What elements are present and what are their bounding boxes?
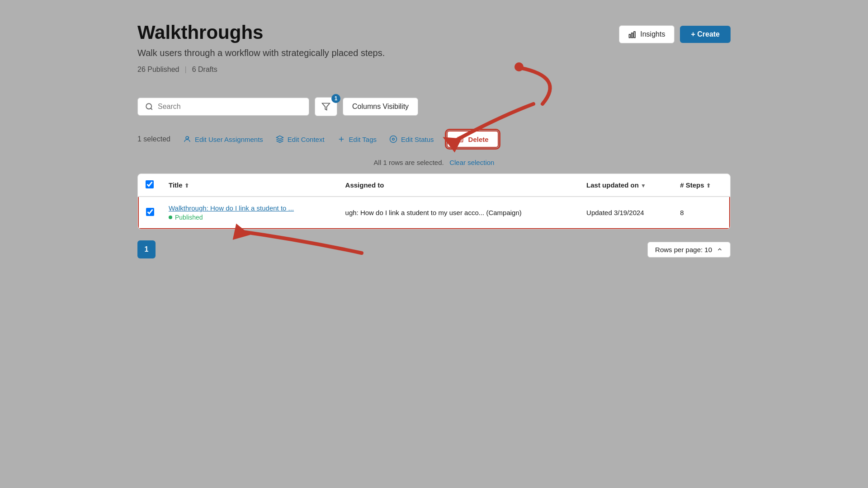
row-steps-cell: 8 (673, 197, 730, 229)
col-checkbox (138, 174, 161, 197)
status-badge: Published (169, 214, 331, 221)
published-count: 26 Published (137, 66, 179, 74)
col-assigned-to: Assigned to (338, 174, 580, 197)
stats-divider: | (185, 66, 187, 74)
edit-tags-button[interactable]: Edit Tags (337, 135, 377, 143)
delete-button[interactable]: Delete (447, 131, 499, 148)
create-button[interactable]: + Create (680, 26, 731, 43)
selected-count: 1 selected (137, 135, 170, 143)
title-sort-icon[interactable]: ⬆ (184, 183, 189, 189)
page-stats: 26 Published | 6 Drafts (137, 66, 385, 74)
edit-user-assignments-button[interactable]: Edit User Assignments (183, 135, 263, 143)
insights-icon (628, 30, 637, 38)
pagination: 1 Rows per page: 10 (137, 240, 731, 258)
edit-status-button[interactable]: Edit Status (389, 135, 434, 143)
page-subtitle: Walk users through a workflow with strat… (137, 48, 385, 58)
col-title: Title ⬆ (161, 174, 338, 197)
trash-icon (457, 135, 465, 143)
svg-point-9 (390, 136, 397, 143)
select-all-checkbox[interactable] (146, 180, 154, 188)
svg-rect-1 (632, 33, 633, 38)
rows-per-page-selector[interactable]: Rows per page: 10 (647, 242, 731, 258)
row-checkbox[interactable] (146, 208, 154, 216)
svg-rect-2 (634, 32, 635, 38)
toolbar: 1 Columns Visibility (137, 97, 731, 116)
chevron-up-icon (717, 246, 723, 253)
drafts-count: 6 Drafts (192, 66, 217, 74)
search-input[interactable] (158, 103, 302, 111)
svg-marker-5 (322, 103, 330, 110)
filter-badge: 1 (331, 94, 340, 103)
page-1-button[interactable]: 1 (137, 240, 156, 258)
row-assigned-to-cell: ugh: How do I link a student to my user … (338, 197, 580, 229)
last-updated-sort-icon[interactable]: ▼ (641, 183, 646, 189)
filter-icon (321, 102, 330, 111)
user-assignments-icon (183, 135, 191, 143)
columns-visibility-button[interactable]: Columns Visibility (343, 98, 418, 116)
svg-rect-0 (629, 34, 631, 38)
table-row: Walkthrough: How do I link a student to … (138, 197, 730, 229)
search-box (137, 98, 309, 116)
status-dot (169, 216, 172, 219)
row-title-cell: Walkthrough: How do I link a student to … (161, 197, 338, 229)
clear-selection-link[interactable]: Clear selection (449, 159, 494, 166)
search-icon (145, 103, 153, 111)
col-last-updated: Last updated on ▼ (579, 174, 673, 197)
edit-status-icon (389, 135, 397, 143)
table-container: Title ⬆ Assigned to Last updated on ▼ # … (137, 174, 731, 230)
row-checkbox-cell (138, 197, 161, 229)
selection-bar: 1 selected Edit User Assignments Edit Co… (137, 127, 731, 151)
edit-tags-icon (337, 135, 345, 143)
edit-context-icon (276, 135, 284, 143)
selection-info: All 1 rows are selected. Clear selection (137, 159, 731, 166)
svg-line-4 (151, 108, 152, 109)
edit-context-button[interactable]: Edit Context (276, 135, 325, 143)
page-title: Walkthroughs (137, 22, 385, 43)
row-last-updated-cell: Updated 3/19/2024 (579, 197, 673, 229)
filter-button[interactable]: 1 (315, 97, 337, 116)
walkthroughs-table: Title ⬆ Assigned to Last updated on ▼ # … (138, 174, 730, 229)
steps-sort-icon[interactable]: ⬆ (706, 183, 711, 189)
col-steps: # Steps ⬆ (673, 174, 730, 197)
svg-point-6 (186, 136, 189, 139)
svg-point-10 (392, 138, 395, 141)
insights-button[interactable]: Insights (619, 25, 675, 43)
svg-point-3 (146, 103, 151, 109)
walkthrough-title-link[interactable]: Walkthrough: How do I link a student to … (169, 204, 294, 212)
